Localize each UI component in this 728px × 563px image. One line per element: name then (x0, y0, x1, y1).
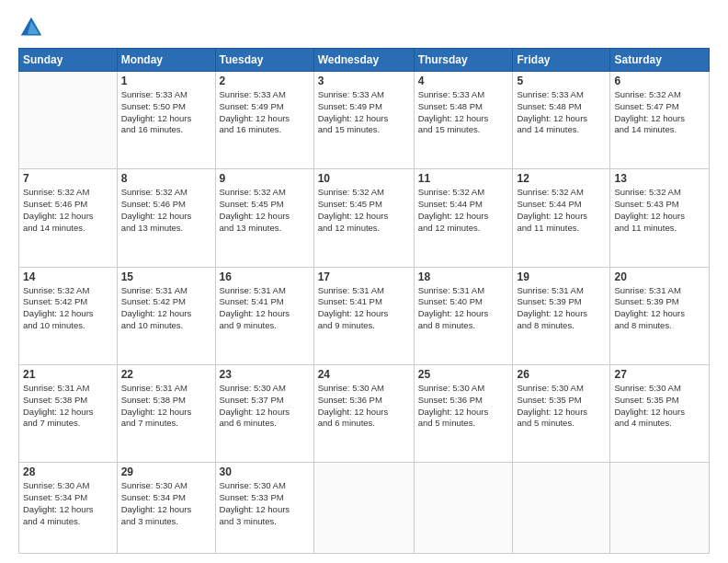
calendar-cell: 6Sunrise: 5:32 AMSunset: 5:47 PMDaylight… (610, 72, 710, 169)
week-row-3: 14Sunrise: 5:32 AMSunset: 5:42 PMDayligh… (19, 267, 710, 364)
header (18, 15, 710, 40)
calendar-cell: 14Sunrise: 5:32 AMSunset: 5:42 PMDayligh… (19, 267, 118, 364)
day-number: 6 (614, 75, 705, 87)
day-number: 14 (23, 270, 113, 283)
day-info: Sunrise: 5:32 AMSunset: 5:46 PMDaylight:… (121, 187, 211, 234)
day-info: Sunrise: 5:30 AMSunset: 5:34 PMDaylight:… (121, 480, 211, 527)
day-number: 29 (121, 465, 211, 478)
day-info: Sunrise: 5:31 AMSunset: 5:41 PMDaylight:… (318, 285, 410, 332)
day-number: 2 (220, 75, 310, 87)
week-row-1: 1Sunrise: 5:33 AMSunset: 5:50 PMDaylight… (19, 72, 710, 169)
day-info: Sunrise: 5:33 AMSunset: 5:49 PMDaylight:… (220, 89, 310, 136)
day-number: 18 (418, 270, 509, 283)
day-number: 4 (418, 75, 509, 87)
day-number: 19 (517, 270, 606, 283)
day-number: 20 (614, 270, 705, 283)
calendar-cell: 18Sunrise: 5:31 AMSunset: 5:40 PMDayligh… (414, 267, 513, 364)
day-info: Sunrise: 5:31 AMSunset: 5:42 PMDaylight:… (121, 285, 211, 332)
day-number: 23 (220, 368, 310, 381)
calendar-cell (610, 463, 710, 554)
calendar-cell: 17Sunrise: 5:31 AMSunset: 5:41 PMDayligh… (313, 267, 414, 364)
calendar-cell: 11Sunrise: 5:32 AMSunset: 5:44 PMDayligh… (414, 169, 513, 267)
calendar-cell: 1Sunrise: 5:33 AMSunset: 5:50 PMDaylight… (117, 72, 215, 169)
day-info: Sunrise: 5:32 AMSunset: 5:46 PMDaylight:… (23, 187, 113, 234)
day-number: 11 (418, 172, 509, 185)
day-info: Sunrise: 5:31 AMSunset: 5:38 PMDaylight:… (23, 383, 113, 430)
day-info: Sunrise: 5:30 AMSunset: 5:34 PMDaylight:… (23, 480, 113, 527)
day-info: Sunrise: 5:32 AMSunset: 5:43 PMDaylight:… (614, 187, 705, 234)
calendar-cell: 12Sunrise: 5:32 AMSunset: 5:44 PMDayligh… (513, 169, 610, 267)
calendar-cell: 10Sunrise: 5:32 AMSunset: 5:45 PMDayligh… (313, 169, 414, 267)
weekday-header-thursday: Thursday (414, 49, 513, 72)
day-number: 7 (23, 172, 113, 185)
day-number: 25 (418, 368, 509, 381)
day-info: Sunrise: 5:30 AMSunset: 5:35 PMDaylight:… (517, 383, 606, 430)
calendar-cell: 23Sunrise: 5:30 AMSunset: 5:37 PMDayligh… (215, 364, 313, 462)
calendar-cell: 4Sunrise: 5:33 AMSunset: 5:48 PMDaylight… (414, 72, 513, 169)
day-info: Sunrise: 5:31 AMSunset: 5:39 PMDaylight:… (614, 285, 705, 332)
weekday-header-monday: Monday (117, 49, 215, 72)
day-info: Sunrise: 5:33 AMSunset: 5:49 PMDaylight:… (318, 89, 410, 136)
weekday-header-friday: Friday (513, 49, 610, 72)
day-number: 28 (23, 465, 113, 478)
day-info: Sunrise: 5:32 AMSunset: 5:42 PMDaylight:… (23, 285, 113, 332)
week-row-2: 7Sunrise: 5:32 AMSunset: 5:46 PMDaylight… (19, 169, 710, 267)
calendar-cell (414, 463, 513, 554)
day-number: 3 (318, 75, 410, 87)
calendar-cell: 22Sunrise: 5:31 AMSunset: 5:38 PMDayligh… (117, 364, 215, 462)
day-number: 1 (121, 75, 211, 87)
weekday-header-saturday: Saturday (610, 49, 710, 72)
day-info: Sunrise: 5:32 AMSunset: 5:44 PMDaylight:… (418, 187, 509, 234)
calendar-cell (513, 463, 610, 554)
calendar-cell: 27Sunrise: 5:30 AMSunset: 5:35 PMDayligh… (610, 364, 710, 462)
calendar-cell: 13Sunrise: 5:32 AMSunset: 5:43 PMDayligh… (610, 169, 710, 267)
day-info: Sunrise: 5:32 AMSunset: 5:45 PMDaylight:… (318, 187, 410, 234)
day-info: Sunrise: 5:31 AMSunset: 5:38 PMDaylight:… (121, 383, 211, 430)
calendar-cell: 29Sunrise: 5:30 AMSunset: 5:34 PMDayligh… (117, 463, 215, 554)
day-info: Sunrise: 5:31 AMSunset: 5:39 PMDaylight:… (517, 285, 606, 332)
weekday-header-tuesday: Tuesday (215, 49, 313, 72)
day-info: Sunrise: 5:32 AMSunset: 5:45 PMDaylight:… (220, 187, 310, 234)
logo (18, 15, 46, 40)
day-number: 13 (614, 172, 705, 185)
day-number: 10 (318, 172, 410, 185)
day-number: 30 (220, 465, 310, 478)
day-info: Sunrise: 5:33 AMSunset: 5:48 PMDaylight:… (418, 89, 509, 136)
calendar-cell: 25Sunrise: 5:30 AMSunset: 5:36 PMDayligh… (414, 364, 513, 462)
calendar-cell: 2Sunrise: 5:33 AMSunset: 5:49 PMDaylight… (215, 72, 313, 169)
day-info: Sunrise: 5:31 AMSunset: 5:41 PMDaylight:… (220, 285, 310, 332)
day-info: Sunrise: 5:33 AMSunset: 5:50 PMDaylight:… (121, 89, 211, 136)
day-number: 27 (614, 368, 705, 381)
day-number: 24 (318, 368, 410, 381)
calendar-cell: 30Sunrise: 5:30 AMSunset: 5:33 PMDayligh… (215, 463, 313, 554)
calendar-cell: 15Sunrise: 5:31 AMSunset: 5:42 PMDayligh… (117, 267, 215, 364)
calendar-cell: 9Sunrise: 5:32 AMSunset: 5:45 PMDaylight… (215, 169, 313, 267)
day-number: 9 (220, 172, 310, 185)
calendar-cell: 16Sunrise: 5:31 AMSunset: 5:41 PMDayligh… (215, 267, 313, 364)
calendar-cell: 7Sunrise: 5:32 AMSunset: 5:46 PMDaylight… (19, 169, 118, 267)
page: SundayMondayTuesdayWednesdayThursdayFrid… (0, 0, 728, 563)
day-number: 15 (121, 270, 211, 283)
day-info: Sunrise: 5:30 AMSunset: 5:36 PMDaylight:… (318, 383, 410, 430)
week-row-5: 28Sunrise: 5:30 AMSunset: 5:34 PMDayligh… (19, 463, 710, 554)
logo-icon (18, 15, 44, 40)
day-info: Sunrise: 5:33 AMSunset: 5:48 PMDaylight:… (517, 89, 606, 136)
day-number: 8 (121, 172, 211, 185)
day-info: Sunrise: 5:30 AMSunset: 5:35 PMDaylight:… (614, 383, 705, 430)
weekday-header-sunday: Sunday (19, 49, 118, 72)
calendar-cell: 28Sunrise: 5:30 AMSunset: 5:34 PMDayligh… (19, 463, 118, 554)
day-number: 5 (517, 75, 606, 87)
week-row-4: 21Sunrise: 5:31 AMSunset: 5:38 PMDayligh… (19, 364, 710, 462)
day-info: Sunrise: 5:30 AMSunset: 5:36 PMDaylight:… (418, 383, 509, 430)
weekday-header-wednesday: Wednesday (313, 49, 414, 72)
day-info: Sunrise: 5:31 AMSunset: 5:40 PMDaylight:… (418, 285, 509, 332)
calendar-cell: 8Sunrise: 5:32 AMSunset: 5:46 PMDaylight… (117, 169, 215, 267)
calendar-table: SundayMondayTuesdayWednesdayThursdayFrid… (18, 48, 710, 554)
calendar-cell (313, 463, 414, 554)
calendar-cell: 19Sunrise: 5:31 AMSunset: 5:39 PMDayligh… (513, 267, 610, 364)
calendar-cell: 24Sunrise: 5:30 AMSunset: 5:36 PMDayligh… (313, 364, 414, 462)
day-info: Sunrise: 5:32 AMSunset: 5:47 PMDaylight:… (614, 89, 705, 136)
day-number: 26 (517, 368, 606, 381)
day-number: 21 (23, 368, 113, 381)
day-number: 22 (121, 368, 211, 381)
